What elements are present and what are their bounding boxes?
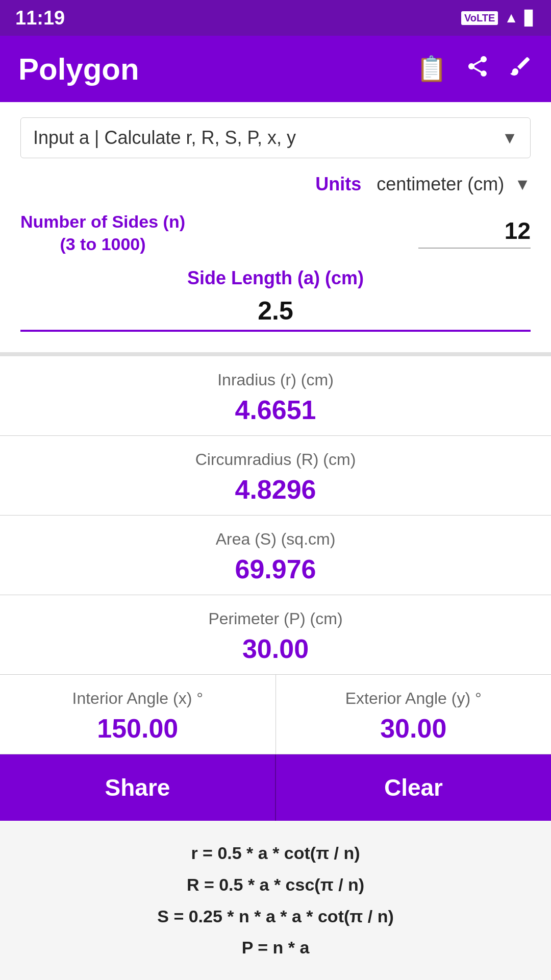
mode-dropdown[interactable]: Input a | Calculate r, R, S, P, x, y ▼ <box>20 117 531 158</box>
units-row: Units centimeter (cm) ▼ <box>20 174 531 195</box>
inradius-label: Inradius (r) (cm) <box>20 371 531 389</box>
signal-icon: ▲ <box>504 10 518 26</box>
units-dropdown-arrow[interactable]: ▼ <box>514 175 531 194</box>
circumradius-block: Circumradius (R) (cm) 4.8296 <box>0 436 551 516</box>
number-of-sides-label: Number of Sides (n) (3 to 1000) <box>20 210 185 255</box>
volte-icon: VoLTE <box>461 11 498 25</box>
input-section: Input a | Calculate r, R, S, P, x, y ▼ U… <box>0 102 551 356</box>
number-of-sides-input[interactable]: 12 <box>418 217 531 249</box>
app-header: Polygon 📋 <box>0 36 551 102</box>
angles-row: Interior Angle (x) ° 150.00 Exterior Ang… <box>0 675 551 754</box>
mode-dropdown-arrow: ▼ <box>502 129 518 148</box>
results-section: Inradius (r) (cm) 4.6651 Circumradius (R… <box>0 356 551 754</box>
status-bar: 11:19 VoLTE ▲ ▊ <box>0 0 551 36</box>
formula-R: R = 0.5 * a * csc(π / n) <box>15 873 536 897</box>
area-label: Area (S) (sq.cm) <box>20 530 531 549</box>
interior-angle-value: 150.00 <box>15 713 260 744</box>
units-label: Units <box>315 174 361 195</box>
action-buttons: Share Clear <box>0 754 551 821</box>
clear-button[interactable]: Clear <box>276 754 551 821</box>
app-title: Polygon <box>18 52 139 87</box>
exterior-angle-block: Exterior Angle (y) ° 30.00 <box>276 675 552 754</box>
circumradius-value: 4.8296 <box>20 474 531 505</box>
interior-angle-block: Interior Angle (x) ° 150.00 <box>0 675 276 754</box>
exterior-angle-label: Exterior Angle (y) ° <box>291 689 536 708</box>
side-length-label: Side Length (a) (cm) <box>20 267 531 289</box>
copy-icon[interactable]: 📋 <box>416 55 447 83</box>
circumradius-label: Circumradius (R) (cm) <box>20 450 531 469</box>
perimeter-block: Perimeter (P) (cm) 30.00 <box>0 595 551 675</box>
side-length-input[interactable] <box>20 296 531 326</box>
share-button[interactable]: Share <box>0 754 276 821</box>
formula-P: P = n * a <box>15 936 536 960</box>
mode-dropdown-text: Input a | Calculate r, R, S, P, x, y <box>33 127 296 149</box>
interior-angle-label: Interior Angle (x) ° <box>15 689 260 708</box>
perimeter-label: Perimeter (P) (cm) <box>20 609 531 628</box>
side-length-input-wrap <box>20 296 531 332</box>
status-icons: VoLTE ▲ ▊ <box>461 10 536 27</box>
perimeter-value: 30.00 <box>20 633 531 664</box>
formula-S: S = 0.25 * n * a * a * cot(π / n) <box>15 904 536 929</box>
number-of-sides-input-wrap: 12 <box>185 217 531 249</box>
brush-icon[interactable] <box>508 54 533 84</box>
header-icons: 📋 <box>416 54 533 84</box>
exterior-angle-value: 30.00 <box>291 713 536 744</box>
number-of-sides-group: Number of Sides (n) (3 to 1000) 12 <box>20 210 531 255</box>
area-block: Area (S) (sq.cm) 69.976 <box>0 516 551 595</box>
area-value: 69.976 <box>20 554 531 584</box>
side-length-section: Side Length (a) (cm) <box>20 267 531 332</box>
formulas-section: r = 0.5 * a * cot(π / n) R = 0.5 * a * c… <box>0 821 551 980</box>
inradius-value: 4.6651 <box>20 395 531 425</box>
status-time: 11:19 <box>15 7 65 29</box>
units-value: centimeter (cm) <box>377 174 504 195</box>
share-icon[interactable] <box>465 54 490 84</box>
inradius-block: Inradius (r) (cm) 4.6651 <box>0 356 551 436</box>
battery-icon: ▊ <box>524 10 536 27</box>
formula-r: r = 0.5 * a * cot(π / n) <box>15 841 536 866</box>
